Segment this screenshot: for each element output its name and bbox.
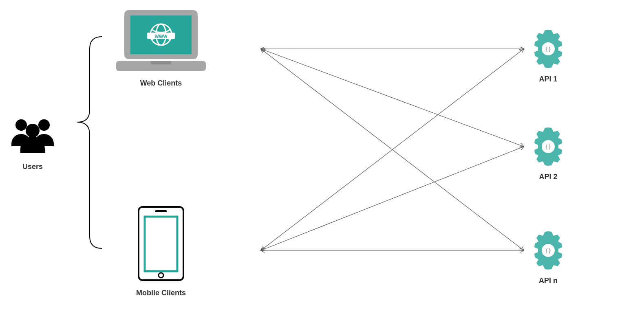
api-1-node: { } API 1: [534, 30, 562, 83]
api-glyph: { }: [546, 46, 550, 52]
www-text: WWW: [154, 34, 168, 39]
users-node: Users: [11, 119, 54, 171]
phone-icon: [139, 207, 183, 280]
svg-point-15: [159, 273, 163, 278]
svg-rect-7: [151, 61, 171, 64]
users-label: Users: [22, 162, 43, 171]
svg-point-1: [15, 119, 27, 131]
mobile-clients-label: Mobile Clients: [136, 289, 186, 297]
conn-web-api2: [261, 49, 524, 147]
api-1-label: API 1: [539, 75, 557, 83]
svg-rect-13: [145, 217, 177, 271]
svg-point-3: [26, 124, 40, 138]
web-clients-label: Web Clients: [140, 79, 182, 87]
api-2-node: { } API 2: [534, 127, 562, 181]
api-2-label: API 2: [539, 173, 557, 181]
connections: [261, 49, 524, 250]
mobile-clients-node: Mobile Clients: [136, 207, 186, 297]
api-n-label: API n: [539, 276, 558, 285]
svg-rect-14: [155, 210, 167, 212]
laptop-icon: WWW: [116, 10, 206, 71]
conn-mobile-api2: [261, 147, 524, 250]
api-glyph: { }: [546, 144, 550, 149]
svg-point-2: [38, 119, 50, 131]
api-glyph: { }: [546, 248, 550, 253]
web-clients-node: WWW Web Clients: [116, 10, 206, 87]
architecture-diagram: Users WWW Web Clients: [0, 0, 644, 316]
brace-icon: [77, 37, 102, 248]
api-n-node: { } API n: [534, 231, 562, 285]
users-icon: [11, 119, 54, 153]
